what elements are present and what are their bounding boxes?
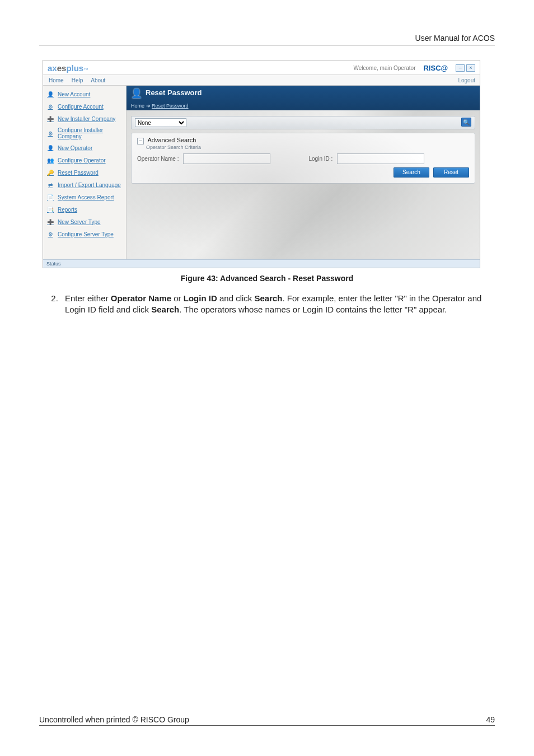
step-2: Enter either Operator Name or Login ID a… [60, 293, 495, 316]
transfer-icon: ⇄ [46, 181, 54, 189]
page-title-bar: 👤 Reset Password Home ➔ Reset Password [127, 86, 480, 110]
sidebar-item-configure-operator[interactable]: 👥 Configure Operator [43, 154, 126, 166]
document-icon: 📑 [46, 206, 54, 213]
reset-button[interactable]: Reset [433, 167, 469, 178]
menu-bar: Home Help About Logout [43, 75, 480, 86]
sidebar-item-label: New Installer Company [58, 116, 115, 122]
sidebar-item-reports[interactable]: 📑 Reports [43, 203, 126, 216]
sidebar-item-label: New Account [58, 91, 90, 97]
step-text: or [171, 293, 184, 303]
operator-search-criteria-label: Operator Search Criteria [146, 144, 469, 150]
server-gear-icon: ⚙ [46, 230, 54, 238]
login-id-label: Login ID : [308, 156, 332, 162]
doc-header: User Manual for ACOS [39, 34, 495, 45]
welcome-text: Welcome, main Operator [354, 65, 416, 71]
sidebar-item-label: Configure Server Type [58, 231, 114, 237]
brand-logo: ax es plus ™ [48, 63, 88, 73]
step-bold-search-2: Search [151, 305, 179, 314]
sidebar-item-label: Reports [58, 207, 77, 213]
brand-part-es: es [57, 63, 67, 73]
login-id-input[interactable] [337, 153, 424, 164]
sidebar-item-label: System Access Report [58, 194, 114, 200]
sidebar: 👤 New Account ⚙ Configure Account ➕ New … [43, 86, 127, 262]
page-title: Reset Password [146, 88, 202, 97]
advanced-search-panel: – Advanced Search Operator Search Criter… [131, 133, 475, 184]
menu-about[interactable]: About [91, 77, 105, 83]
status-bar: Status [43, 259, 480, 268]
operator-name-input[interactable] [183, 153, 270, 164]
breadcrumb-current: Reset Password [152, 103, 189, 109]
brand-part-plus: plus [66, 63, 83, 73]
search-button[interactable]: Search [394, 167, 429, 178]
filter-go-button[interactable]: 🔍 [461, 118, 471, 127]
sidebar-item-import-export-language[interactable]: ⇄ Import / Export Language [43, 179, 126, 191]
sidebar-item-label: Configure Operator [58, 157, 106, 164]
collapse-icon[interactable]: – [137, 138, 144, 144]
footer-left: Uncontrolled when printed © RISCO Group [39, 715, 189, 724]
advanced-search-legend: Advanced Search [147, 137, 196, 143]
breadcrumb-home[interactable]: Home [131, 103, 144, 109]
menu-logout[interactable]: Logout [458, 77, 475, 83]
filter-select[interactable]: None [135, 118, 186, 127]
sidebar-item-label: Reset Password [58, 170, 99, 176]
step-text: and click [217, 293, 255, 303]
step-bold-search-1: Search [254, 293, 282, 303]
sidebar-item-configure-server-type[interactable]: ⚙ Configure Server Type [43, 228, 126, 240]
sidebar-item-label: Configure Account [58, 104, 104, 110]
window-close-button[interactable]: × [466, 64, 475, 72]
operator-name-label: Operator Name : [137, 156, 179, 162]
figure-caption: Figure 43: Advanced Search - Reset Passw… [39, 274, 495, 283]
app-titlebar: ax es plus ™ Welcome, main Operator RISC… [43, 60, 480, 75]
person-plus-icon: 👤 [46, 144, 54, 152]
sidebar-item-new-account[interactable]: 👤 New Account [43, 88, 126, 100]
sidebar-item-new-server-type[interactable]: ➕ New Server Type [43, 216, 126, 228]
report-icon: 📄 [46, 193, 54, 201]
sidebar-item-label: Configure Installer Company [58, 127, 123, 139]
server-plus-icon: ➕ [46, 218, 54, 226]
sidebar-item-new-operator[interactable]: 👤 New Operator [43, 142, 126, 154]
sidebar-item-new-installer-company[interactable]: ➕ New Installer Company [43, 113, 126, 125]
person-gear-icon: 👥 [46, 156, 54, 164]
plus-icon: ➕ [46, 115, 54, 123]
breadcrumb-sep: ➔ [146, 103, 152, 109]
sidebar-item-configure-installer-company[interactable]: ⚙ Configure Installer Company [43, 125, 126, 142]
step-bold-operator-name: Operator Name [111, 293, 171, 303]
sidebar-item-reset-password[interactable]: 🔑 Reset Password [43, 166, 126, 179]
brand-tm: ™ [83, 67, 88, 72]
gear-icon: ⚙ [46, 102, 54, 110]
step-bold-login-id: Login ID [184, 293, 217, 303]
key-icon: 🔑 [46, 169, 54, 176]
menu-home[interactable]: Home [49, 77, 64, 83]
window-minimize-button[interactable]: – [456, 64, 465, 72]
filter-bar: None 🔍 [131, 116, 475, 129]
app-screenshot: ax es plus ™ Welcome, main Operator RISC… [43, 60, 480, 268]
sidebar-item-label: New Server Type [58, 219, 101, 225]
account-icon: 👤 [46, 90, 54, 98]
sidebar-item-label: New Operator [58, 145, 92, 151]
person-icon: 👤 [131, 88, 142, 99]
menu-help[interactable]: Help [72, 77, 83, 83]
step-text: . The operators whose names or Login ID … [179, 305, 447, 314]
sidebar-item-system-access-report[interactable]: 📄 System Access Report [43, 191, 126, 203]
gear-icon: ⚙ [46, 129, 54, 137]
risc-logo: RISC@ [423, 64, 448, 72]
search-icon: 🔍 [463, 119, 470, 125]
main-panel: 👤 Reset Password Home ➔ Reset Password N… [127, 86, 480, 262]
sidebar-item-label: Import / Export Language [58, 182, 121, 188]
sidebar-item-configure-account[interactable]: ⚙ Configure Account [43, 100, 126, 113]
brand-part-ax: ax [48, 63, 57, 73]
step-text: Enter either [65, 293, 111, 303]
footer-page-number: 49 [486, 715, 495, 724]
breadcrumb: Home ➔ Reset Password [131, 103, 189, 109]
